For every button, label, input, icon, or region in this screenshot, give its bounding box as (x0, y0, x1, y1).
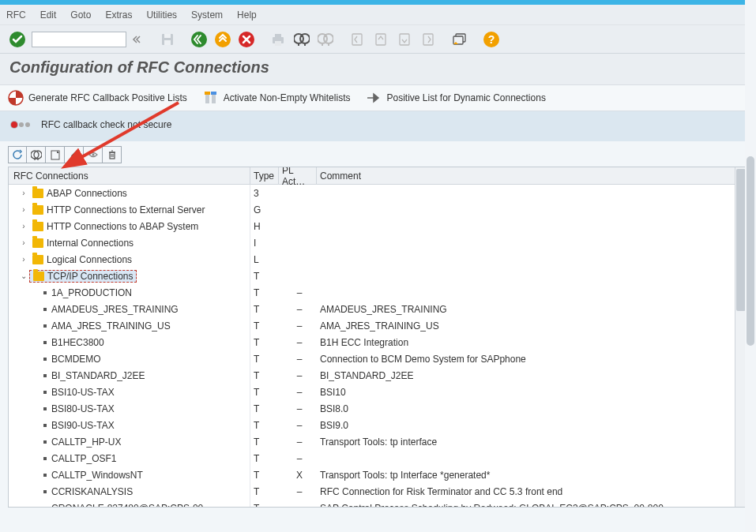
bullet-icon (43, 407, 47, 410)
display-button[interactable] (84, 146, 103, 163)
cell-comment (317, 450, 747, 466)
item-label: AMA_JRES_TRAINING_US (51, 320, 171, 332)
bullet-icon (43, 490, 47, 493)
enter-icon[interactable] (8, 30, 27, 49)
edit-button[interactable] (65, 146, 84, 163)
menu-system[interactable]: System (191, 9, 223, 21)
cell-type: T (250, 384, 279, 400)
column-header-plactive[interactable]: PL Act… (279, 167, 317, 184)
status-text: RFC callback check not secure (41, 119, 171, 130)
menu-edit[interactable]: Edit (40, 9, 57, 21)
tree-folder-row[interactable]: ›Internal ConnectionsI (9, 234, 747, 251)
next-page-icon[interactable] (395, 30, 414, 49)
find-icon[interactable] (292, 30, 311, 49)
cell-type: T (250, 417, 279, 433)
tree-item-row[interactable]: BSI10-US-TAXT–BSI10 (9, 384, 747, 400)
menu-bar: RFC Edit Goto Extras Utilities System He… (0, 5, 756, 25)
expand-icon[interactable]: › (18, 255, 29, 264)
status-bar: RFC callback check not secure (0, 111, 756, 141)
cell-comment: AMADEUS_JRES_TRAINING (317, 301, 747, 317)
cell-type: G (250, 201, 279, 218)
find-button[interactable] (27, 146, 46, 163)
generate-callback-positive-lists-button[interactable]: Generate RFC Callback Positive Lists (8, 90, 187, 106)
item-label: CALLTP_WindowsNT (51, 470, 143, 481)
collapse-icon[interactable]: ⌄ (18, 272, 29, 280)
tree-folder-row[interactable]: ›HTTP Connections to ABAP SystemH (9, 218, 747, 234)
tree-item-row[interactable]: AMADEUS_JRES_TRAININGT–AMADEUS_JRES_TRAI… (9, 301, 747, 317)
page-title: Configuration of RFC Connections (0, 54, 756, 84)
tree-item-row[interactable]: CRONACLE-827480@SAP:CPS-00T–SAP Central … (9, 500, 747, 507)
prev-page-icon[interactable] (371, 30, 390, 49)
item-label: 1A_PRODUCTION (51, 287, 132, 298)
svg-point-32 (92, 154, 94, 156)
svg-rect-33 (110, 152, 115, 159)
help-icon[interactable]: ? (482, 30, 501, 49)
back-icon[interactable] (190, 30, 209, 49)
folder-icon (32, 205, 43, 215)
tree-folder-row[interactable]: ›Logical ConnectionsL (9, 251, 747, 268)
menu-utilities[interactable]: Utilities (146, 9, 177, 21)
last-page-icon[interactable] (419, 30, 438, 49)
bullet-icon (43, 341, 47, 344)
menu-rfc[interactable]: RFC (6, 9, 26, 21)
svg-rect-17 (423, 34, 433, 45)
cell-type: I (250, 234, 279, 251)
save-icon[interactable] (158, 30, 177, 49)
tree-item-row[interactable]: BSI90-US-TAXT–BSI9.0 (9, 417, 747, 433)
folder-label: Internal Connections (47, 238, 134, 249)
tree-folder-row[interactable]: ›ABAP Connections3 (9, 185, 747, 201)
expand-icon[interactable]: › (18, 189, 29, 197)
column-header-type[interactable]: Type (250, 167, 279, 184)
cell-comment: RFC Connection for Risk Terminator and C… (317, 483, 747, 500)
cell-type: T (250, 450, 279, 466)
tree-item-row[interactable]: BCMDEMOT–Connection to BCM Demo System f… (9, 350, 747, 367)
svg-rect-3 (164, 40, 171, 45)
command-field[interactable] (32, 32, 126, 47)
window-scrollbar[interactable] (745, 0, 756, 532)
first-page-icon[interactable] (348, 30, 367, 49)
tree-folder-row[interactable]: ›HTTP Connections to External ServerG (9, 201, 747, 218)
folder-icon (32, 189, 43, 198)
folder-icon (32, 238, 43, 248)
refresh-button[interactable] (8, 146, 27, 163)
exit-icon[interactable] (213, 30, 232, 49)
expand-icon[interactable]: › (18, 205, 29, 214)
tree-item-row[interactable]: CALLTP_WindowsNTTXTransport Tools: tp In… (9, 466, 747, 483)
tree-item-row[interactable]: CALLTP_HP-UXT–Transport Tools: tp interf… (9, 433, 747, 450)
tree-item-row[interactable]: 1A_PRODUCTIONT– (9, 284, 747, 301)
tree-item-row[interactable]: BI_STANDARD_J2EET–BI_STANDARD_J2EE (9, 367, 747, 384)
create-button[interactable] (46, 146, 65, 163)
new-session-icon[interactable] (450, 30, 469, 49)
cell-comment: BSI8.0 (317, 400, 747, 417)
item-label: CALLTP_HP-UX (51, 436, 121, 448)
menu-help[interactable]: Help (237, 9, 257, 21)
tree-item-row[interactable]: BSI80-US-TAXT–BSI8.0 (9, 400, 747, 417)
activate-whitelists-button[interactable]: Activate Non-Empty Whitelists (203, 90, 351, 106)
menu-goto[interactable]: Goto (70, 9, 91, 21)
column-header-comment[interactable]: Comment (317, 167, 747, 184)
menu-extras[interactable]: Extras (105, 9, 132, 21)
tree-item-row[interactable]: CALLTP_OSF1T– (9, 450, 747, 466)
item-label: BSI10-US-TAX (51, 387, 115, 398)
cell-comment: SAP Central Process Scheduling by Redwoo… (317, 500, 747, 507)
folder-label: HTTP Connections to ABAP System (47, 221, 198, 232)
tree-item-row[interactable]: B1HEC3800T–B1H ECC Integration (9, 334, 747, 350)
expand-icon[interactable]: › (18, 238, 29, 247)
delete-button[interactable] (103, 146, 122, 163)
expand-icon[interactable]: › (18, 222, 29, 230)
cancel-icon[interactable] (237, 30, 256, 49)
cell-comment (317, 284, 747, 301)
find-next-icon[interactable] (316, 30, 335, 49)
print-icon[interactable] (269, 30, 288, 49)
action-label: Activate Non-Empty Whitelists (224, 92, 351, 103)
positive-list-dynamic-button[interactable]: Positive List for Dynamic Connections (366, 92, 545, 103)
svg-text:?: ? (488, 33, 495, 46)
tree-item-row[interactable]: CCRISKANALYSIST–RFC Connection for Risk … (9, 483, 747, 500)
column-header-name[interactable]: RFC Connections (9, 167, 250, 184)
status-led-grey-icon (25, 122, 30, 127)
rfc-connections-tree: RFC Connections Type PL Act… Comment ›AB… (8, 167, 748, 508)
dropdown-icon[interactable] (131, 30, 144, 49)
tree-item-row[interactable]: AMA_JRES_TRAINING_UST–AMA_JRES_TRAINING_… (9, 317, 747, 334)
tree-folder-row[interactable]: ⌄TCP/IP ConnectionsT (9, 268, 747, 284)
bullet-icon (43, 424, 47, 427)
